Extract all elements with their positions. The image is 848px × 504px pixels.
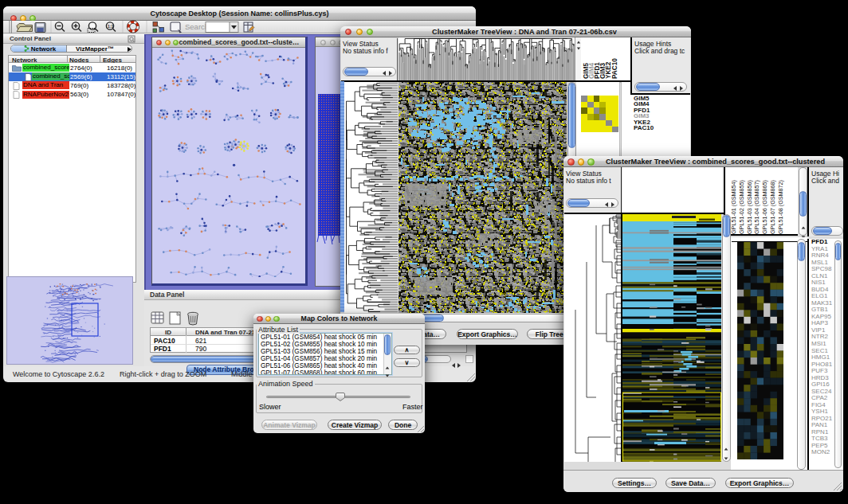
svg-text:GPL51-03 (GSM856): GPL51-03 (GSM856) — [746, 180, 753, 234]
svg-text:PAC10: PAC10 — [611, 58, 618, 79]
svg-text:GPL51-06 (GSM865): GPL51-06 (GSM865) — [761, 180, 768, 234]
svg-text:GPL51-01 (GSM854): GPL51-01 (GSM854) — [730, 180, 737, 234]
svg-text:1:1: 1:1 — [108, 24, 113, 29]
svg-text:GPL51-04 (GSM857): GPL51-04 (GSM857) — [753, 180, 760, 234]
svg-text:GPL51-08 (GSM872): GPL51-08 (GSM872) — [777, 180, 784, 234]
svg-text:GPL51-02 (GSM855): GPL51-02 (GSM855) — [738, 180, 745, 234]
svg-text:GPL51-07 (GSM868): GPL51-07 (GSM868) — [769, 180, 776, 234]
